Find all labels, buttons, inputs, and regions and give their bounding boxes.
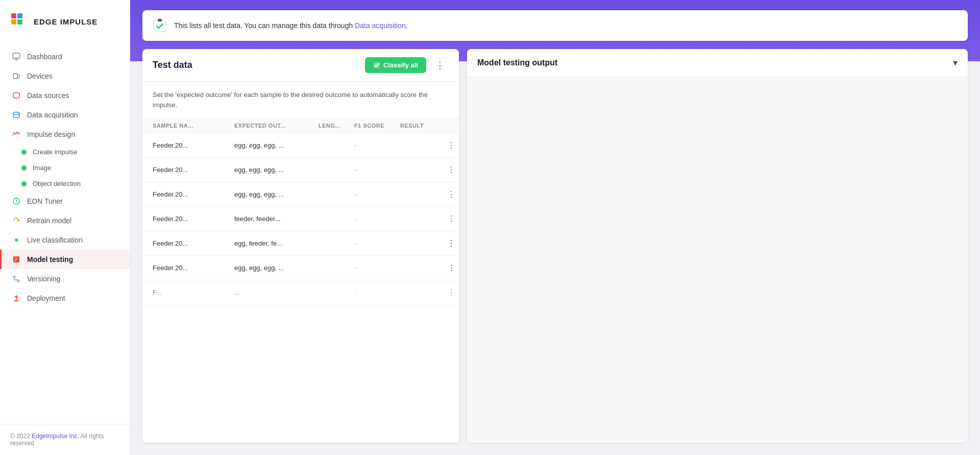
cell-f1-7: - [354, 289, 400, 296]
data-sources-icon [12, 91, 21, 100]
svg-rect-3 [17, 19, 22, 25]
svg-point-12 [13, 276, 15, 278]
output-panel-title: Model testing output [477, 58, 557, 67]
logo-area: EDGE IMPULSE [0, 0, 130, 43]
cell-sample-5: Feeder.20... [153, 240, 234, 247]
cell-sample-3: Feeder.20... [153, 190, 234, 198]
info-text-after: . [406, 21, 408, 30]
sidebar-item-image-label: Image [33, 164, 51, 172]
cell-expected-6: egg, egg, egg, ... [234, 264, 318, 272]
row-menu-button-1[interactable]: ⋮ [441, 139, 459, 151]
test-data-title: Test data [153, 60, 192, 70]
test-data-panel: Test data Classify all ⋮ Set the 'expect… [142, 49, 459, 443]
svg-rect-1 [17, 13, 22, 18]
col-header-expected-outcome: EXPECTED OUT... [234, 123, 318, 129]
row-menu-button-6[interactable]: ⋮ [441, 262, 459, 274]
col-header-result: RESULT [400, 123, 441, 129]
svg-rect-0 [11, 13, 16, 18]
svg-point-9 [15, 238, 18, 242]
table-row: Feeder.20... egg, egg, egg, ... - ⋮ [142, 158, 459, 182]
info-banner: This lists all test data. You can manage… [142, 10, 968, 41]
object-detection-dot [21, 181, 27, 186]
sidebar-item-dashboard[interactable]: Dashboard [0, 47, 130, 66]
sidebar-item-image[interactable]: Image [0, 160, 130, 176]
cell-f1-5: - [354, 240, 400, 247]
sidebar-item-impulse-design-label: Impulse design [27, 130, 75, 138]
sidebar-item-devices[interactable]: Devices [0, 66, 130, 86]
svg-point-7 [13, 112, 19, 115]
test-data-more-button[interactable]: ⋮ [431, 58, 449, 73]
sidebar-item-data-sources[interactable]: Data sources [0, 86, 130, 105]
output-panel-header: Model testing output ▾ [467, 49, 968, 77]
edge-impulse-logo-icon [10, 12, 29, 31]
devices-icon [12, 71, 21, 81]
eon-icon [12, 197, 21, 206]
test-data-panel-header: Test data Classify all ⋮ [142, 49, 459, 82]
cell-sample-6: Feeder.20... [153, 264, 234, 272]
sidebar-navigation: Dashboard Devices Data sources Data acqu… [0, 43, 130, 424]
row-menu-button-3[interactable]: ⋮ [441, 188, 459, 200]
cell-expected-3: egg, egg, egg, ... [234, 190, 318, 198]
sidebar-item-versioning[interactable]: Versioning [0, 269, 130, 289]
cell-sample-2: Feeder.20... [153, 166, 234, 174]
sidebar-item-object-detection[interactable]: Object detection [0, 176, 130, 191]
sidebar-item-deployment[interactable]: Deployment [0, 289, 130, 308]
col-header-actions [441, 123, 459, 129]
svg-rect-16 [14, 300, 19, 301]
cell-f1-2: - [354, 166, 400, 174]
sidebar-item-create-impulse[interactable]: Create impulse [0, 144, 130, 160]
row-menu-button-2[interactable]: ⋮ [441, 164, 459, 176]
table-row: Feeder.20... feeder, feeder... - ⋮ [142, 207, 459, 231]
table-body: Feeder.20... egg, egg, egg, ... - ⋮ Feed… [142, 133, 459, 443]
monitor-icon [12, 52, 21, 61]
live-icon [12, 235, 21, 245]
info-text-before: This lists all test data. You can manage… [174, 21, 355, 30]
sidebar-item-create-impulse-label: Create impulse [33, 148, 77, 156]
footer-copyright: © 2022 [10, 433, 30, 440]
cell-sample-1: Feeder.20... [153, 141, 234, 149]
sidebar-item-eon-tuner[interactable]: EON Tuner [0, 191, 130, 211]
sidebar-item-retrain-model[interactable]: Retrain model [0, 211, 130, 230]
svg-rect-6 [18, 75, 19, 78]
sidebar-item-devices-label: Devices [27, 72, 53, 80]
create-impulse-dot [21, 150, 27, 155]
svg-rect-5 [13, 74, 17, 79]
image-dot [21, 165, 27, 171]
sidebar-item-live-classification-label: Live classification [27, 236, 83, 244]
table-header: SAMPLE NA... EXPECTED OUT... LENG... F1 … [142, 118, 459, 133]
sidebar-item-versioning-label: Versioning [27, 275, 60, 283]
svg-rect-2 [11, 19, 16, 25]
test-data-description: Set the 'expected outcome' for each samp… [142, 82, 459, 118]
sidebar-item-deployment-label: Deployment [27, 294, 65, 302]
sidebar-item-live-classification[interactable]: Live classification [0, 230, 130, 250]
data-acquisition-link[interactable]: Data acquisition [355, 21, 406, 30]
cell-expected-2: egg, egg, egg, ... [234, 166, 318, 174]
sidebar-footer: © 2022 EdgeImpulse Inc. All rights reser… [0, 424, 130, 455]
sidebar-item-data-acquisition[interactable]: Data acquisition [0, 105, 130, 125]
sidebar-item-impulse-design[interactable]: Impulse design [0, 125, 130, 144]
table-row: F... ... - ⋮ [142, 280, 459, 305]
cell-f1-3: - [354, 190, 400, 198]
panel-header-actions: Classify all ⋮ [365, 57, 449, 73]
classify-all-button[interactable]: Classify all [365, 57, 426, 73]
testing-icon [12, 255, 21, 264]
impulse-design-icon [12, 130, 21, 139]
table-row: Feeder.20... egg, feeder, fe... - ⋮ [142, 231, 459, 256]
output-dropdown-button[interactable]: ▾ [953, 57, 958, 68]
sidebar-item-dashboard-label: Dashboard [27, 53, 62, 61]
cell-sample-4: Feeder.20... [153, 215, 234, 223]
cell-f1-1: - [354, 141, 400, 149]
row-menu-button-4[interactable]: ⋮ [441, 213, 459, 225]
sidebar-item-model-testing[interactable]: Model testing [0, 250, 130, 269]
cell-f1-6: - [354, 264, 400, 272]
cell-expected-4: feeder, feeder... [234, 215, 318, 223]
row-menu-button-7[interactable]: ⋮ [441, 286, 459, 298]
main-content: This lists all test data. You can manage… [130, 0, 980, 455]
footer-company-link[interactable]: EdgeImpulse Inc. [32, 433, 79, 440]
logo-text: EDGE IMPULSE [34, 17, 97, 26]
sidebar-item-model-testing-label: Model testing [27, 255, 73, 264]
sidebar: EDGE IMPULSE Dashboard Devices Data sour… [0, 0, 130, 455]
sidebar-item-eon-tuner-label: EON Tuner [27, 197, 63, 205]
row-menu-button-5[interactable]: ⋮ [441, 237, 459, 249]
col-header-sample-name: SAMPLE NA... [153, 123, 234, 129]
